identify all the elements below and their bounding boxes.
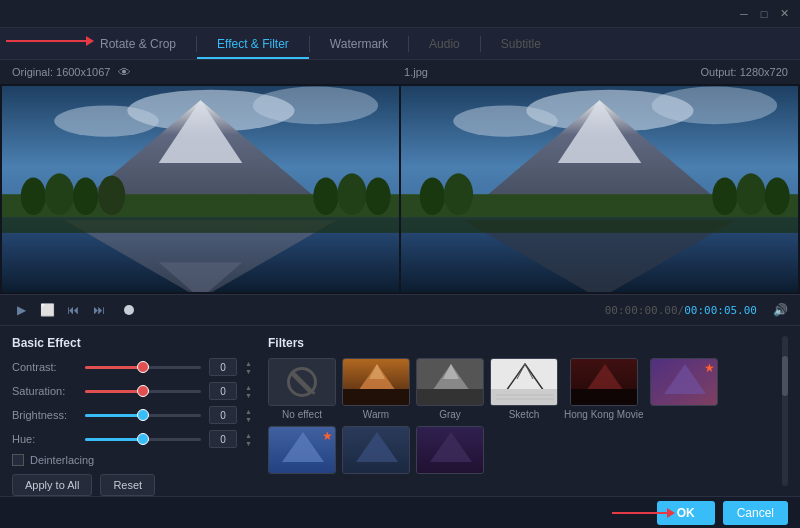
- tab-arrow-indicator: [6, 36, 94, 46]
- filter-gray[interactable]: Gray: [416, 358, 484, 420]
- tab-watermark-label: Watermark: [330, 37, 388, 51]
- gray-thumb: [416, 358, 484, 406]
- svg-point-28: [736, 173, 765, 215]
- row2b-thumb: ★: [268, 426, 336, 474]
- warm-thumb: [342, 358, 410, 406]
- hue-thumb[interactable]: [137, 433, 149, 445]
- next-button[interactable]: ⏭: [90, 301, 108, 319]
- hongkong-label: Hong Kong Movie: [564, 409, 644, 420]
- controls-bar: ▶ ⬜ ⏮ ⏭ 00:00:00.00/00:00:05.00 🔊: [0, 294, 800, 326]
- minimize-button[interactable]: ─: [736, 6, 752, 22]
- sketch-thumb: [490, 358, 558, 406]
- cancel-button[interactable]: Cancel: [723, 501, 788, 525]
- filter-row2a[interactable]: ★: [650, 358, 718, 420]
- progress-indicator: [124, 305, 134, 315]
- saturation-down[interactable]: ▼: [245, 392, 252, 399]
- no-effect-thumb: [268, 358, 336, 406]
- reset-button[interactable]: Reset: [100, 474, 155, 496]
- hue-up[interactable]: ▲: [245, 432, 252, 439]
- tab-subtitle-label: Subtitle: [501, 37, 541, 51]
- brightness-value[interactable]: 0: [209, 406, 237, 424]
- sketch-image: [491, 359, 558, 406]
- filename: 1.jpg: [404, 66, 428, 78]
- tab-effect-filter[interactable]: Effect & Filter: [197, 28, 309, 59]
- row2d-thumb: [416, 426, 484, 474]
- hue-fill: [85, 438, 143, 441]
- hue-slider[interactable]: [85, 438, 201, 441]
- stop-button[interactable]: ⬜: [38, 301, 56, 319]
- row2a-thumb: ★: [650, 358, 718, 406]
- contrast-slider[interactable]: [85, 366, 201, 369]
- filter-row2c[interactable]: [342, 426, 410, 477]
- svg-point-25: [420, 178, 445, 216]
- hue-down[interactable]: ▼: [245, 440, 252, 447]
- saturation-up[interactable]: ▲: [245, 384, 252, 391]
- prev-button[interactable]: ⏮: [64, 301, 82, 319]
- filter-warm[interactable]: Warm: [342, 358, 410, 420]
- contrast-up[interactable]: ▲: [245, 360, 252, 367]
- svg-point-11: [313, 178, 338, 216]
- output-preview: [401, 86, 798, 292]
- time-display: 00:00:00.00/00:00:05.00: [605, 304, 757, 317]
- scrollbar-thumb[interactable]: [782, 356, 788, 396]
- contrast-arrows[interactable]: ▲ ▼: [245, 360, 252, 375]
- arrow-head: [86, 36, 94, 46]
- hue-label: Hue:: [12, 433, 77, 445]
- deinterlacing-checkbox[interactable]: [12, 454, 24, 466]
- brightness-slider[interactable]: [85, 414, 201, 417]
- tab-audio: Audio: [409, 28, 480, 59]
- effect-btn-row: Apply to All Reset: [12, 474, 252, 496]
- saturation-arrows[interactable]: ▲ ▼: [245, 384, 252, 399]
- svg-rect-32: [401, 217, 798, 233]
- brightness-thumb[interactable]: [137, 409, 149, 421]
- tab-subtitle: Subtitle: [481, 28, 561, 59]
- hongkong-image: [571, 359, 638, 406]
- maximize-button[interactable]: □: [756, 6, 772, 22]
- filters-scrollbar[interactable]: [782, 336, 788, 486]
- contrast-value[interactable]: 0: [209, 358, 237, 376]
- saturation-slider[interactable]: [85, 390, 201, 393]
- svg-point-20: [453, 105, 557, 136]
- play-button[interactable]: ▶: [12, 301, 30, 319]
- svg-point-26: [444, 173, 473, 215]
- filter-row2b[interactable]: ★: [268, 426, 336, 477]
- svg-point-13: [366, 178, 391, 216]
- saturation-fill: [85, 390, 143, 393]
- basic-effect-panel: Basic Effect Contrast: 0 ▲ ▼ Saturation:: [12, 336, 252, 486]
- brightness-arrows[interactable]: ▲ ▼: [245, 408, 252, 423]
- saturation-value[interactable]: 0: [209, 382, 237, 400]
- no-effect-line: [290, 372, 312, 394]
- contrast-thumb[interactable]: [137, 361, 149, 373]
- contrast-down[interactable]: ▼: [245, 368, 252, 375]
- saturation-thumb[interactable]: [137, 385, 149, 397]
- hue-arrows[interactable]: ▲ ▼: [245, 432, 252, 447]
- svg-point-27: [712, 178, 737, 216]
- gray-image: [417, 359, 484, 406]
- hue-row: Hue: 0 ▲ ▼: [12, 430, 252, 448]
- svg-point-12: [337, 173, 366, 215]
- total-time: 00:00:05.00: [684, 304, 757, 317]
- original-preview: [2, 86, 399, 292]
- filter-no-effect[interactable]: No effect: [268, 358, 336, 420]
- warm-image: [343, 359, 410, 406]
- hue-value[interactable]: 0: [209, 430, 237, 448]
- volume-icon[interactable]: 🔊: [773, 303, 788, 317]
- filter-row2d[interactable]: [416, 426, 484, 477]
- sketch-label: Sketch: [509, 409, 540, 420]
- brightness-up[interactable]: ▲: [245, 408, 252, 415]
- filters-title: Filters: [268, 336, 788, 350]
- arrow-line: [6, 40, 86, 42]
- row2c-image: [343, 427, 410, 474]
- brightness-down[interactable]: ▼: [245, 416, 252, 423]
- filter-hongkong[interactable]: Hong Kong Movie: [564, 358, 644, 420]
- svg-rect-45: [491, 389, 558, 406]
- current-time: 00:00:00.00: [605, 304, 678, 317]
- svg-point-21: [652, 87, 777, 125]
- tab-bar: Rotate & Crop Effect & Filter Watermark …: [0, 28, 800, 60]
- apply-to-all-button[interactable]: Apply to All: [12, 474, 92, 496]
- eye-icon[interactable]: 👁: [118, 65, 131, 80]
- filter-sketch[interactable]: Sketch: [490, 358, 558, 420]
- row2d-image: [417, 427, 484, 474]
- tab-watermark[interactable]: Watermark: [310, 28, 408, 59]
- close-button[interactable]: ✕: [776, 6, 792, 22]
